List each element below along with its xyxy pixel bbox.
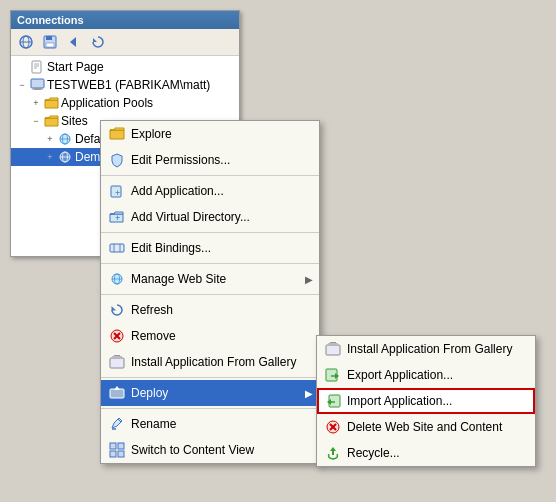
import-icon xyxy=(323,391,343,411)
svg-marker-38 xyxy=(114,386,120,390)
svg-rect-36 xyxy=(114,355,120,356)
menu-item-add-virtual-dir[interactable]: + Add Virtual Directory... xyxy=(101,204,319,230)
menu-label: Deploy xyxy=(131,386,305,400)
remove-icon xyxy=(107,326,127,346)
explore-icon xyxy=(107,124,127,144)
folder-icon xyxy=(43,95,59,111)
menu-label: Switch to Content View xyxy=(131,443,313,457)
menu-item-edit-bindings[interactable]: Edit Bindings... xyxy=(101,235,319,261)
svg-rect-45 xyxy=(326,345,340,355)
tree-label: Start Page xyxy=(47,60,104,74)
binding-icon xyxy=(107,238,127,258)
menu-label: Add Application... xyxy=(131,184,313,198)
menu-label: Edit Permissions... xyxy=(131,153,313,167)
expand-icon: − xyxy=(29,114,43,128)
gallery-sub-icon xyxy=(323,339,343,359)
submenu-item-recycle[interactable]: Recycle... xyxy=(317,440,535,466)
svg-rect-5 xyxy=(46,43,54,47)
submenu-label: Delete Web Site and Content xyxy=(347,420,529,434)
tree-item-server[interactable]: − TESTWEB1 (FABRIKAM\matt) xyxy=(11,76,239,94)
submenu-label: Install Application From Gallery xyxy=(347,342,529,356)
add-app-icon: + xyxy=(107,181,127,201)
recycle-icon xyxy=(323,443,343,463)
submenu-label: Recycle... xyxy=(347,446,529,460)
deploy-submenu: Install Application From Gallery Export … xyxy=(316,335,536,467)
gallery-icon xyxy=(107,352,127,372)
svg-rect-47 xyxy=(330,342,336,343)
svg-rect-34 xyxy=(110,358,124,368)
toolbar-globe-btn[interactable] xyxy=(15,31,37,53)
svg-rect-41 xyxy=(110,443,116,449)
svg-rect-44 xyxy=(118,451,124,457)
toolbar-back-btn[interactable] xyxy=(63,31,85,53)
menu-label: Manage Web Site xyxy=(131,272,305,286)
svg-text:+: + xyxy=(115,213,120,223)
menu-divider xyxy=(101,294,319,295)
svg-rect-8 xyxy=(32,61,41,73)
tree-label: TESTWEB1 (FABRIKAM\matt) xyxy=(47,78,210,92)
export-icon xyxy=(323,365,343,385)
menu-label: Rename xyxy=(131,417,313,431)
toolbar-refresh-btn[interactable] xyxy=(87,31,109,53)
svg-rect-37 xyxy=(110,389,124,398)
submenu-item-export-app[interactable]: Export Application... xyxy=(317,362,535,388)
menu-label: Explore xyxy=(131,127,313,141)
globe-icon xyxy=(57,131,73,147)
menu-item-manage-website[interactable]: Manage Web Site ▶ xyxy=(101,266,319,292)
svg-rect-12 xyxy=(31,79,44,88)
computer-icon xyxy=(29,77,45,93)
expand-icon: − xyxy=(15,78,29,92)
menu-divider xyxy=(101,232,319,233)
menu-label: Add Virtual Directory... xyxy=(131,210,313,224)
submenu-item-delete-website[interactable]: Delete Web Site and Content xyxy=(317,414,535,440)
rename-icon xyxy=(107,414,127,434)
submenu-item-import-app[interactable]: Import Application... xyxy=(317,388,535,414)
menu-divider xyxy=(101,408,319,409)
tree-label: Application Pools xyxy=(61,96,153,110)
menu-divider xyxy=(101,175,319,176)
svg-rect-43 xyxy=(110,451,116,457)
svg-rect-35 xyxy=(112,356,122,358)
toolbar-save-btn[interactable] xyxy=(39,31,61,53)
folder-icon xyxy=(43,113,59,129)
tree-item-start-page[interactable]: Start Page xyxy=(11,58,239,76)
menu-item-rename[interactable]: Rename xyxy=(101,411,319,437)
menu-item-deploy[interactable]: Deploy ▶ xyxy=(101,380,319,406)
svg-marker-30 xyxy=(112,306,117,311)
menu-item-add-application[interactable]: + Add Application... xyxy=(101,178,319,204)
submenu-item-install-gallery[interactable]: Install Application From Gallery xyxy=(317,336,535,362)
expand-icon: + xyxy=(43,150,57,164)
menu-item-remove[interactable]: Remove xyxy=(101,323,319,349)
refresh-icon xyxy=(107,300,127,320)
context-menu: Explore Edit Permissions... + Add Applic… xyxy=(100,120,320,464)
panel-toolbar xyxy=(11,29,239,56)
menu-label: Remove xyxy=(131,329,313,343)
menu-label: Edit Bindings... xyxy=(131,241,313,255)
manage-icon xyxy=(107,269,127,289)
menu-divider xyxy=(101,263,319,264)
tree-item-app-pools[interactable]: + Application Pools xyxy=(11,94,239,112)
svg-rect-4 xyxy=(46,36,52,40)
menu-item-switch-content-view[interactable]: Switch to Content View xyxy=(101,437,319,463)
menu-divider xyxy=(101,377,319,378)
svg-rect-42 xyxy=(118,443,124,449)
submenu-label: Import Application... xyxy=(347,394,529,408)
menu-label: Refresh xyxy=(131,303,313,317)
menu-item-refresh[interactable]: Refresh xyxy=(101,297,319,323)
panel-titlebar: Connections xyxy=(11,11,239,29)
menu-item-install-gallery[interactable]: Install Application From Gallery xyxy=(101,349,319,375)
svg-text:+: + xyxy=(115,188,120,198)
tree-label: Sites xyxy=(61,114,88,128)
svg-rect-46 xyxy=(328,343,338,345)
menu-item-edit-permissions[interactable]: Edit Permissions... xyxy=(101,147,319,173)
svg-marker-6 xyxy=(70,37,76,47)
menu-item-explore[interactable]: Explore xyxy=(101,121,319,147)
globe-icon xyxy=(57,149,73,165)
submenu-arrow: ▶ xyxy=(305,274,313,285)
panel-title: Connections xyxy=(17,14,84,26)
add-dir-icon: + xyxy=(107,207,127,227)
page-icon xyxy=(29,59,45,75)
deploy-icon xyxy=(107,383,127,403)
expand-icon: + xyxy=(43,132,57,146)
svg-rect-24 xyxy=(110,244,124,252)
